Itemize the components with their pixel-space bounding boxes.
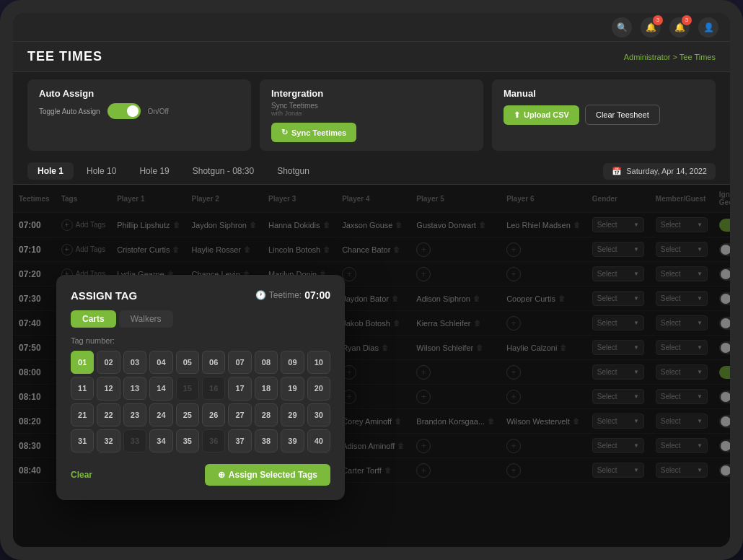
breadcrumb-current: Tee Times (680, 53, 716, 61)
integration-title: Intergration (271, 88, 472, 99)
tag-number-button[interactable]: 03 (123, 351, 146, 374)
search-icon[interactable]: 🔍 (612, 17, 632, 38)
tab-hole1[interactable]: Hole 1 (27, 162, 74, 180)
integration-card: Intergration Sync Teetimes with Jonas ↻ … (260, 79, 483, 151)
tabs-row: Hole 1 Hole 10 Hole 19 Shotgun - 08:30 S… (13, 158, 730, 185)
assign-selected-tags-button[interactable]: ⊕ Assign Selected Tags (205, 464, 330, 486)
auto-assign-toggle-label: On/Off (148, 108, 169, 115)
tab-shotgun[interactable]: Shotgun (267, 162, 320, 180)
tag-number-button[interactable]: 25 (176, 403, 199, 426)
tag-number-button[interactable]: 05 (176, 351, 199, 374)
user-avatar-icon[interactable]: 👤 (698, 17, 718, 38)
tag-number-button[interactable]: 31 (71, 429, 94, 452)
tab-hole10[interactable]: Hole 10 (76, 162, 126, 180)
upload-icon: ⬆ (514, 110, 520, 120)
assign-icon: ⊕ (218, 470, 225, 480)
tab-shotgun-0830[interactable]: Shotgun - 08:30 (183, 162, 264, 180)
modal-title: ASSIGN TAG (71, 289, 137, 302)
tag-number-button[interactable]: 33 (123, 429, 146, 452)
page-header: TEE TIMES Administrator > Tee Times (13, 42, 730, 72)
modal-footer: Clear ⊕ Assign Selected Tags (71, 464, 330, 486)
alert-bell-icon[interactable]: 🔔 3 (669, 17, 690, 38)
tag-number-button[interactable]: 02 (97, 351, 120, 374)
teetime-value: 07:00 (304, 289, 330, 301)
alert-badge: 3 (682, 15, 692, 25)
tag-number-button[interactable]: 17 (228, 377, 251, 400)
assign-tag-modal: ASSIGN TAG 🕐 Teetime: 07:00 Carts Walker… (56, 275, 345, 501)
walkers-tab-button[interactable]: Walkers (119, 310, 173, 328)
calendar-icon: 📅 (612, 167, 622, 176)
integration-sub2: with Jonas (271, 110, 472, 117)
sync-teetimes-button[interactable]: ↻ Sync Teetimes (271, 123, 356, 142)
tag-number-button[interactable]: 20 (307, 377, 330, 400)
sync-icon: ↻ (281, 128, 288, 137)
tag-number-button[interactable]: 11 (71, 377, 94, 400)
tag-number-button[interactable]: 08 (255, 351, 278, 374)
tab-hole19[interactable]: Hole 19 (129, 162, 179, 180)
auto-assign-card: Auto Assign Toggle Auto Assign On/Off (27, 79, 251, 151)
tag-number-button[interactable]: 34 (149, 429, 172, 452)
modal-teetime-display: 🕐 Teetime: 07:00 (255, 289, 330, 301)
tag-number-button[interactable]: 14 (149, 377, 172, 400)
hole-tabs: Hole 1 Hole 10 Hole 19 Shotgun - 08:30 S… (27, 162, 320, 180)
tag-number-button[interactable]: 27 (228, 403, 251, 426)
tag-number-button[interactable]: 16 (202, 377, 225, 400)
modal-overlay: ASSIGN TAG 🕐 Teetime: 07:00 Carts Walker… (13, 185, 730, 547)
tag-number-button[interactable]: 10 (307, 351, 330, 374)
tag-number-button[interactable]: 22 (97, 403, 120, 426)
tag-number-button[interactable]: 26 (202, 403, 225, 426)
tag-number-button[interactable]: 24 (149, 403, 172, 426)
tag-number-button[interactable]: 18 (255, 377, 278, 400)
tag-number-button[interactable]: 38 (255, 429, 278, 452)
modal-header: ASSIGN TAG 🕐 Teetime: 07:00 (71, 289, 330, 302)
tag-number-button[interactable]: 13 (123, 377, 146, 400)
tag-number-button[interactable]: 29 (281, 403, 304, 426)
tag-number-button[interactable]: 28 (255, 403, 278, 426)
number-grid: 0102030405060708091011121314151617181920… (71, 351, 330, 453)
tag-number-button[interactable]: 36 (202, 429, 225, 452)
modal-tabs: Carts Walkers (71, 310, 330, 328)
settings-cards-row: Auto Assign Toggle Auto Assign On/Off In… (13, 72, 730, 158)
top-bar: 🔍 🔔 3 🔔 3 👤 (13, 13, 730, 42)
auto-assign-subtitle: Toggle Auto Assign (39, 108, 100, 115)
tag-number-button[interactable]: 40 (307, 429, 330, 452)
tag-number-button[interactable]: 07 (228, 351, 251, 374)
upload-csv-button[interactable]: ⬆ Upload CSV (504, 105, 579, 125)
date-text: Saturday, Apr 14, 2022 (626, 167, 707, 175)
carts-tab-button[interactable]: Carts (71, 310, 116, 328)
teetimes-table-container: Teetimes Tags Player 1 Player 2 Player 3… (13, 185, 730, 547)
integration-sub: Sync Teetimes (271, 102, 472, 110)
date-display: 📅 Saturday, Apr 14, 2022 (603, 163, 716, 180)
tag-number-button[interactable]: 32 (97, 429, 120, 452)
tag-number-button[interactable]: 39 (281, 429, 304, 452)
notification-badge: 3 (653, 15, 663, 25)
tag-number-button[interactable]: 12 (97, 377, 120, 400)
breadcrumb: Administrator > Tee Times (624, 53, 716, 61)
breadcrumb-admin: Administrator (624, 53, 671, 61)
tag-number-button[interactable]: 21 (71, 403, 94, 426)
auto-assign-toggle[interactable] (107, 103, 141, 119)
tag-number-button[interactable]: 30 (307, 403, 330, 426)
teetime-label: Teetime: (269, 290, 302, 300)
manual-card: Manual ⬆ Upload CSV Clear Teesheet (492, 79, 716, 151)
manual-title: Manual (504, 88, 704, 99)
notification-bell-icon[interactable]: 🔔 3 (641, 17, 661, 38)
clock-icon: 🕐 (255, 290, 266, 300)
tag-number-button[interactable]: 35 (176, 429, 199, 452)
tag-number-button[interactable]: 37 (228, 429, 251, 452)
tag-number-button[interactable]: 01 (71, 351, 94, 374)
tag-number-label: Tag number: (71, 336, 330, 345)
clear-tags-button[interactable]: Clear (71, 470, 92, 480)
tag-number-button[interactable]: 15 (176, 377, 199, 400)
clear-teesheet-button[interactable]: Clear Teesheet (585, 105, 660, 125)
tag-number-button[interactable]: 06 (202, 351, 225, 374)
page-title: TEE TIMES (27, 49, 102, 64)
breadcrumb-sep: > (673, 53, 677, 61)
auto-assign-title: Auto Assign (39, 88, 239, 99)
tag-number-button[interactable]: 04 (149, 351, 172, 374)
tag-number-button[interactable]: 09 (281, 351, 304, 374)
tag-number-button[interactable]: 19 (281, 377, 304, 400)
tag-number-button[interactable]: 23 (123, 403, 146, 426)
